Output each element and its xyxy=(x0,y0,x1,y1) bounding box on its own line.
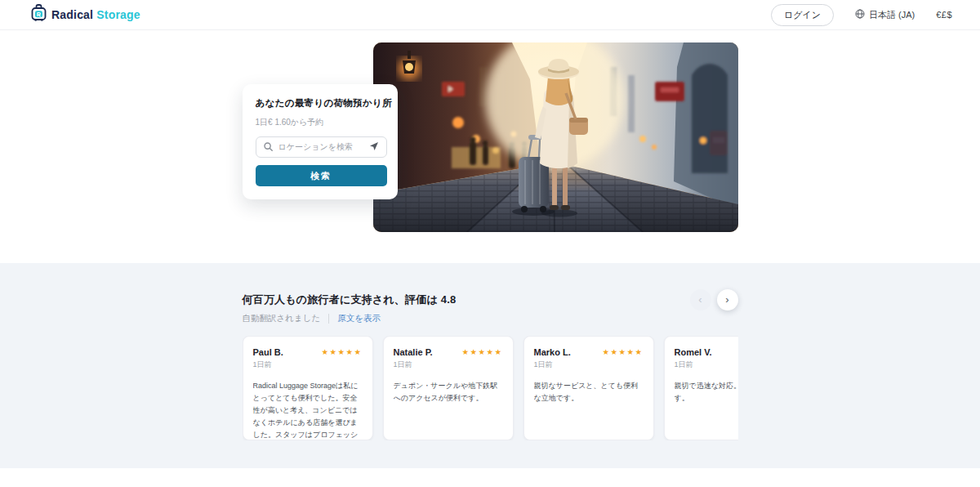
search-card: あなたの最寄りの荷物預かり所 1日€ 1.60から予約 ロケーションを検索 検索 xyxy=(243,84,398,199)
search-icon xyxy=(264,140,273,154)
currency-selector[interactable]: €£$ xyxy=(936,10,952,20)
language-label: 日本語 (JA) xyxy=(869,9,915,21)
reviewer-name: Marko L. xyxy=(534,347,571,357)
divider xyxy=(328,314,329,324)
carousel-prev-button[interactable]: ‹ xyxy=(690,289,711,311)
star-rating: ★★★★★ xyxy=(602,347,643,356)
review-card: Marko L. 1日前 ★★★★★ 親切なサービスと、とても便利な立地です。 xyxy=(523,336,654,440)
search-placeholder: ロケーションを検索 xyxy=(278,141,363,153)
reviewer-name: Paul B. xyxy=(253,347,283,357)
price-subtitle: 1日€ 1.60から予約 xyxy=(256,117,387,128)
reviewer-name: Romel V. xyxy=(675,347,712,357)
location-search-input[interactable]: ロケーションを検索 xyxy=(256,136,387,158)
logo-wordmark: Radical Storage xyxy=(51,8,140,21)
geolocate-icon[interactable] xyxy=(369,140,379,154)
review-text: デュポン・サークルや地下鉄駅へのアクセスが便利です。 xyxy=(394,380,503,404)
star-rating: ★★★★★ xyxy=(461,347,502,356)
review-card: Paul B. 1日前 ★★★★★ Radical Luggage Storag… xyxy=(243,336,373,440)
review-time: 1日前 xyxy=(253,360,283,370)
review-time: 1日前 xyxy=(675,360,712,370)
auto-translated-label: 自動翻訳されました xyxy=(243,313,321,324)
review-text: 親切なサービスと、とても便利な立地です。 xyxy=(534,380,644,404)
radical-storage-logo[interactable]: Radical Storage xyxy=(31,4,140,25)
review-time: 1日前 xyxy=(394,360,433,370)
hero-section: あなたの最寄りの荷物預かり所 1日€ 1.60から予約 ロケーションを検索 検索 xyxy=(0,30,980,263)
language-selector[interactable]: 日本語 (JA) xyxy=(855,9,915,21)
review-cards-carousel[interactable]: Paul B. 1日前 ★★★★★ Radical Luggage Storag… xyxy=(243,336,738,440)
carousel-arrows: ‹ › xyxy=(690,289,738,311)
reviews-heading: 何百万人もの旅行者に支持され、評価は 4.8 xyxy=(243,293,457,307)
reviewer-name: Natalie P. xyxy=(394,347,433,357)
show-original-link[interactable]: 原文を表示 xyxy=(337,313,381,324)
review-text: Radical Luggage Storageは私にとってとても便利でした。安全… xyxy=(253,380,363,440)
reviews-section: 何百万人もの旅行者に支持され、評価は 4.8 ‹ › 自動翻訳されました 原文を… xyxy=(0,263,980,468)
review-text: 親切で迅速な対応。おすすめです。 xyxy=(675,380,738,404)
search-card-title: あなたの最寄りの荷物預かり所 xyxy=(256,97,387,109)
globe-icon xyxy=(855,9,865,20)
carousel-next-button[interactable]: › xyxy=(717,289,738,311)
star-rating: ★★★★★ xyxy=(321,347,362,356)
review-card: Romel V. 1日前 ★★★★★ 親切で迅速な対応。おすすめです。 xyxy=(664,336,738,440)
top-nav: Radical Storage ログイン 日本語 (JA) €£$ xyxy=(0,0,980,30)
luggage-logo-icon xyxy=(31,4,47,25)
review-time: 1日前 xyxy=(534,360,571,370)
search-button[interactable]: 検索 xyxy=(256,165,387,186)
review-card: Natalie P. 1日前 ★★★★★ デュポン・サークルや地下鉄駅へのアクセ… xyxy=(383,336,514,440)
login-button[interactable]: ログイン xyxy=(771,4,834,26)
hero-street-photo xyxy=(373,42,738,232)
